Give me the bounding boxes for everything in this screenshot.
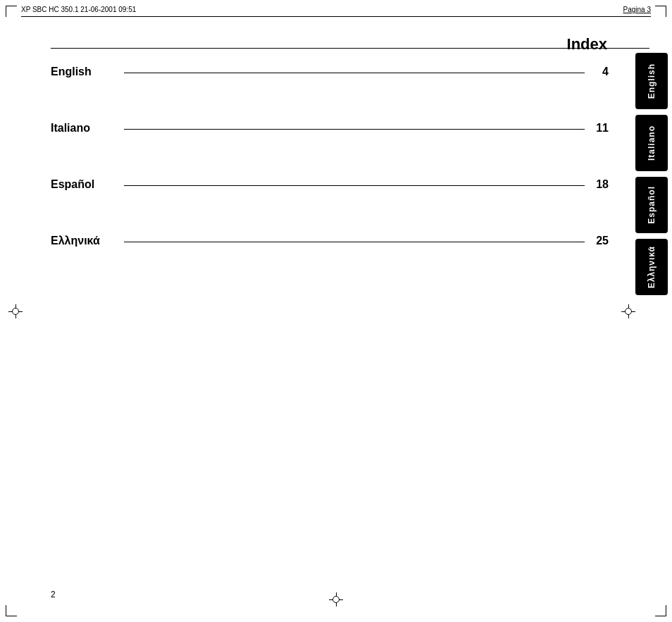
page-title: Index bbox=[51, 35, 649, 54]
entry-line-english bbox=[124, 73, 585, 73]
entry-line-espanol bbox=[124, 185, 585, 186]
reg-circle-left bbox=[12, 308, 19, 315]
reg-mark-left bbox=[8, 304, 23, 318]
reg-mark-bottom bbox=[329, 592, 343, 607]
tab-greek-label: Ελληνικά bbox=[647, 246, 657, 288]
entry-page-english: 4 bbox=[587, 66, 609, 78]
corner-mark-tl bbox=[6, 6, 17, 17]
entry-line-italiano bbox=[124, 129, 585, 130]
tab-espanol-label: Español bbox=[647, 186, 657, 224]
entry-page-espanol: 18 bbox=[587, 178, 609, 191]
index-entry-greek[interactable]: Ελληνικά 25 bbox=[51, 222, 609, 278]
tab-italiano[interactable]: Italiano bbox=[635, 115, 668, 171]
entry-line-greek bbox=[124, 242, 585, 242]
corner-mark-bl bbox=[6, 605, 17, 616]
corner-mark-tr bbox=[655, 6, 666, 17]
reg-mark-right bbox=[621, 304, 635, 318]
doc-header: XP SBC HC 350.1 21-06-2001 09:51 Pagina … bbox=[21, 6, 651, 17]
tab-english-label: English bbox=[647, 63, 657, 99]
doc-page: Pagina 3 bbox=[623, 6, 651, 13]
reg-circle-bottom bbox=[332, 596, 340, 603]
reg-circle-right bbox=[625, 308, 632, 315]
index-entry-italiano[interactable]: Italiano 11 bbox=[51, 109, 609, 166]
content-area: English 4 Italiano 11 Español 18 Ελληνικ… bbox=[51, 53, 609, 580]
tab-greek[interactable]: Ελληνικά bbox=[635, 239, 668, 295]
tab-english[interactable]: English bbox=[635, 53, 668, 109]
entry-label-greek: Ελληνικά bbox=[51, 235, 121, 247]
entry-page-italiano: 11 bbox=[587, 122, 609, 135]
corner-mark-br bbox=[655, 605, 666, 616]
index-entry-english[interactable]: English 4 bbox=[51, 53, 609, 109]
tab-espanol[interactable]: Español bbox=[635, 177, 668, 233]
entry-page-greek: 25 bbox=[587, 235, 609, 247]
entry-label-english: English bbox=[51, 66, 121, 78]
index-entry-espanol[interactable]: Español 18 bbox=[51, 166, 609, 222]
entry-label-espanol: Español bbox=[51, 178, 121, 191]
entry-label-italiano: Italiano bbox=[51, 122, 121, 135]
right-tabs: English Italiano Español Ελληνικά bbox=[635, 53, 672, 301]
doc-info: XP SBC HC 350.1 21-06-2001 09:51 bbox=[21, 6, 136, 13]
page-number: 2 bbox=[51, 590, 56, 599]
tab-italiano-label: Italiano bbox=[647, 125, 657, 161]
